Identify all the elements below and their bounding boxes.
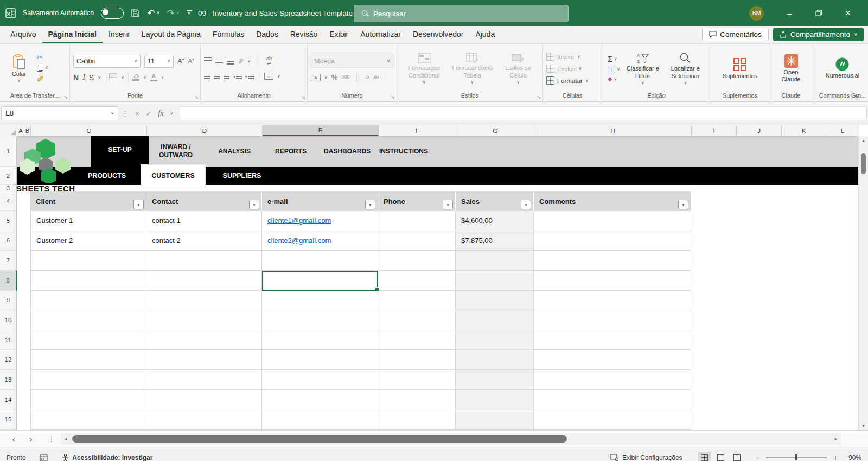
cell-E9[interactable] [262,291,378,311]
prev-sheet-button[interactable]: ‹ [7,431,21,447]
cell-E12[interactable] [262,350,378,370]
dialog-launcher-icon[interactable]: ↘ [391,94,395,100]
cell-H5[interactable] [534,211,691,231]
sub-tab-suppliers[interactable]: SUPPLIERS [215,167,269,185]
align-right-icon[interactable] [224,74,229,79]
cell-G9[interactable] [456,291,534,311]
filter-dropdown-icon[interactable]: ▾ [249,200,259,209]
cell-E13[interactable] [262,370,378,390]
cell-D11[interactable] [146,330,262,350]
row-header-11[interactable]: 11 [0,330,17,350]
cell-F10[interactable] [378,310,456,330]
font-family-select[interactable]: Calibri∨ [73,55,141,68]
display-settings-button[interactable]: Exibir Configurações [610,454,682,461]
cell-F8[interactable] [378,271,456,291]
dialog-launcher-icon[interactable]: ↘ [537,94,541,100]
filter-dropdown-icon[interactable]: ▾ [678,200,688,209]
cancel-icon[interactable]: × [135,110,139,118]
format-cells-button[interactable]: Formatar∨ [546,75,589,86]
horizontal-scroll-thumb[interactable] [72,435,567,443]
row-header-2[interactable]: 2 [0,167,17,185]
align-left-icon[interactable] [204,74,210,79]
fill-color-dropdown-icon[interactable]: ∨ [143,75,146,80]
enter-icon[interactable]: ✓ [146,110,152,118]
ribbon-tab-revisão[interactable]: Revisão [284,27,324,43]
sort-filter-button[interactable]: AZ Classificar e Filtrar∨ [622,51,663,86]
ribbon-tab-dados[interactable]: Dados [250,27,284,43]
cell-D10[interactable] [146,310,262,330]
share-button[interactable]: Compartilhamento ∨ [773,28,864,41]
align-top-icon[interactable] [204,57,212,65]
save-icon[interactable] [131,9,140,18]
table-header-comments[interactable]: Comments▾ [534,191,691,211]
cell-D6[interactable]: contact 2 [146,231,262,251]
cell-F6[interactable] [378,231,456,251]
bold-button[interactable]: N [73,73,79,82]
normal-view-button[interactable] [698,452,711,461]
row-header-10[interactable]: 10 [0,310,17,330]
cell-H8[interactable] [534,271,691,291]
sub-tab-products[interactable]: PRODUCTS [80,167,134,185]
document-title[interactable]: 09 - Inventory and Sales Spreadsheet Tem… [198,9,353,17]
scroll-left-icon[interactable]: ◂ [61,433,71,445]
borders-icon[interactable] [109,73,117,81]
clear-button[interactable]: ◆∨ [608,75,620,82]
col-header-A[interactable]: A [17,125,24,136]
restore-button[interactable] [806,0,831,26]
col-header-K[interactable]: K [782,125,826,136]
underline-dropdown-icon[interactable]: ∨ [98,75,101,80]
ribbon-tab-página-inicial[interactable]: Página Inicial [42,27,102,43]
collapse-ribbon-icon[interactable]: ∨ [855,92,859,99]
cell-C5[interactable]: Customer 1 [30,211,146,231]
ribbon-tab-arquivo[interactable]: Arquivo [4,27,42,43]
col-header-B[interactable]: B [24,125,31,136]
cell-H12[interactable] [534,350,691,370]
cell-H7[interactable] [534,251,691,271]
cell-C8[interactable] [30,271,146,291]
cell-D7[interactable] [146,251,262,271]
dialog-launcher-icon[interactable]: ↘ [194,94,199,100]
minimize-button[interactable]: – [777,0,802,26]
decrease-indent-icon[interactable]: ◂ [233,74,242,79]
row-header-9[interactable]: 9 [0,291,17,311]
cell-C9[interactable] [30,291,146,311]
cell-G6[interactable]: $7.875,00 [456,231,534,251]
ribbon-tab-automatizar[interactable]: Automatizar [354,27,407,43]
fx-dropdown-icon[interactable]: ∨ [170,111,174,116]
font-color-icon[interactable]: A [150,73,157,82]
email-link[interactable]: cliente2@gmail.com [267,236,331,245]
cell-H15[interactable] [534,409,691,430]
scroll-down-icon[interactable]: ▾ [859,421,868,430]
dialog-launcher-icon[interactable]: ↘ [301,94,305,100]
autosum-button[interactable]: Σ∨ [608,55,620,63]
table-header-phone[interactable]: Phone▾ [378,191,456,211]
cell-G10[interactable] [456,310,534,330]
nav-tab-inward-outward[interactable]: INWARD / OUTWARD [150,136,202,167]
scroll-right-icon[interactable]: ▸ [831,433,841,445]
scroll-up-icon[interactable]: ▴ [859,136,868,145]
font-size-select[interactable]: 11∨ [144,55,174,68]
zoom-out-button[interactable]: − [753,453,762,461]
search-input[interactable]: Pesquisar [354,5,569,22]
quick-access-menu-icon[interactable]: ∨ [187,10,192,16]
cut-icon[interactable]: ✂ [37,53,48,61]
font-color-dropdown-icon[interactable]: ∨ [161,75,164,80]
cell-E11[interactable] [262,330,378,350]
merge-center-icon[interactable]: ↔ [264,73,273,80]
addins-button[interactable]: Suplementos [720,56,760,81]
cell-H9[interactable] [534,291,691,311]
sub-tab-customers[interactable]: CUSTOMERS [141,165,205,187]
number-format-select[interactable]: Moeda∨ [311,55,393,68]
row-header-7[interactable]: 7 [0,251,17,271]
row-header-15[interactable]: 15 [0,409,17,430]
row-header-8[interactable]: 8 [0,271,17,291]
increase-indent-icon[interactable]: ▸ [246,74,254,79]
ribbon-tab-inserir[interactable]: Inserir [103,27,136,43]
cell-H10[interactable] [534,310,691,330]
col-header-I[interactable]: I [692,125,737,136]
cell-F14[interactable] [378,390,456,410]
orientation-dropdown-icon[interactable]: ∨ [247,59,251,63]
accessibility-status[interactable]: Acessibilidade: investigar [62,454,152,461]
open-claude-button[interactable]: Open Claude [773,53,809,84]
copy-button[interactable]: ∨ [37,65,48,71]
